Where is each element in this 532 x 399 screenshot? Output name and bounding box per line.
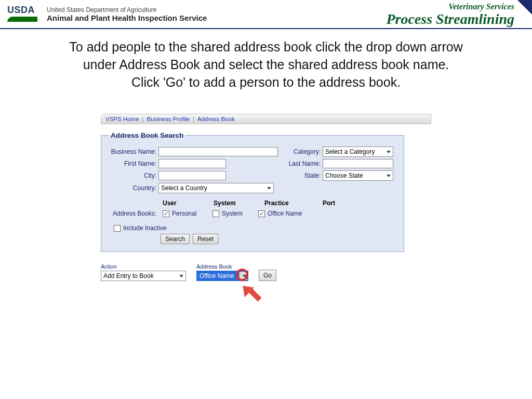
input-city[interactable] xyxy=(158,171,226,180)
tab-address-book[interactable]: Address Book xyxy=(197,116,235,122)
checkbox-personal[interactable] xyxy=(163,210,169,217)
address-books-row: Address Books: Personal System Office Na… xyxy=(109,210,396,217)
select-action-value: Add Entry to Book xyxy=(103,272,154,280)
header-system: System xyxy=(214,200,243,207)
select-address-book-value: Office Name xyxy=(200,272,234,280)
usda-logo: USDA xyxy=(7,5,41,24)
instruction-line2: under Address Book and select the shared… xyxy=(83,57,449,72)
select-state[interactable]: Choose State xyxy=(323,170,393,181)
select-chevron-box xyxy=(239,272,247,280)
label-last-name: Last Name: xyxy=(232,160,323,167)
department-block: United States Department of Agriculture … xyxy=(47,6,207,23)
select-country-value: Select a Country xyxy=(161,184,207,192)
checkbox-system[interactable] xyxy=(212,210,219,217)
chevron-down-icon xyxy=(267,187,271,190)
label-include-inactive: Include Inactive xyxy=(123,224,166,232)
checkbox-office-label: Office Name xyxy=(268,210,302,217)
label-country: Country: xyxy=(109,184,158,192)
dept-line1: United States Department of Agriculture xyxy=(47,6,207,14)
chevron-down-icon xyxy=(387,175,391,177)
search-button[interactable]: Search xyxy=(161,234,190,244)
select-category-value: Select a Category xyxy=(325,148,375,155)
label-address-books: Address Books: xyxy=(109,210,158,217)
tab-vsps-home[interactable]: VSPS Home xyxy=(105,116,139,122)
label-first-name: First Name: xyxy=(109,160,158,167)
usda-logo-text: USDA xyxy=(7,5,41,16)
header-practice: Practice xyxy=(264,200,301,207)
go-button[interactable]: Go xyxy=(259,270,276,281)
select-country[interactable]: Select a Country xyxy=(158,183,274,193)
input-first-name[interactable] xyxy=(158,159,226,168)
search-legend: Address Book Search xyxy=(109,131,185,139)
row-include-inactive: Include Inactive xyxy=(109,224,396,232)
dept-line2: Animal and Plant Health Inspection Servi… xyxy=(47,14,207,23)
annotation-arrow-icon xyxy=(241,281,263,303)
label-state: State: xyxy=(232,172,323,179)
row-country: Country: Select a Country xyxy=(109,183,396,193)
checkbox-system-label: System xyxy=(222,210,251,217)
label-category: Category: xyxy=(284,148,323,155)
instruction-text: To add people to the shared address book… xyxy=(0,29,532,97)
chevron-down-icon xyxy=(243,275,247,277)
row-first-name: First Name: Last Name: xyxy=(109,159,396,168)
address-book-column: Address Book Office Name xyxy=(196,263,248,281)
select-category[interactable]: Select a Category xyxy=(323,147,393,157)
tab-business-profile[interactable]: Business Profile xyxy=(147,116,190,122)
select-action[interactable]: Add Entry to Book xyxy=(101,271,186,281)
row-city: City: State: Choose State xyxy=(109,170,396,181)
header-user: User xyxy=(163,200,192,207)
row-buttons: Search Reset xyxy=(161,234,396,244)
checkbox-office[interactable] xyxy=(258,210,265,217)
row-business-name: Business Name: Category: Select a Catego… xyxy=(109,147,396,157)
tab-separator: | xyxy=(193,116,194,122)
address-book-search-panel: Address Book Search Business Name: Categ… xyxy=(101,131,404,252)
reset-button[interactable]: Reset xyxy=(193,234,218,244)
action-area: Action Add Entry to Book Address Book Of… xyxy=(101,263,431,281)
chevron-down-icon xyxy=(179,275,183,277)
action-label: Action xyxy=(101,263,186,270)
tab-bar: VSPS Home | Business Profile | Address B… xyxy=(101,114,431,124)
app-screenshot: VSPS Home | Business Profile | Address B… xyxy=(101,114,431,281)
checkbox-personal-label: Personal xyxy=(172,210,203,217)
header-left: USDA United States Department of Agricul… xyxy=(7,5,207,24)
veterinary-services-text: Veterinary Services xyxy=(386,3,514,11)
input-business-name[interactable] xyxy=(158,147,278,156)
chevron-down-icon xyxy=(387,151,391,153)
select-address-book[interactable]: Office Name xyxy=(196,271,248,281)
instruction-line3: Click 'Go' to add a person to the addres… xyxy=(131,75,401,89)
address-book-headers: User System Practice Port xyxy=(163,200,396,207)
checkbox-include-inactive[interactable] xyxy=(114,225,121,232)
page-header: USDA United States Department of Agricul… xyxy=(0,0,532,29)
tab-separator: | xyxy=(142,116,144,122)
process-streamlining-text: Process Streamlining xyxy=(386,11,514,26)
instruction-line1: To add people to the shared address book… xyxy=(69,39,462,54)
input-last-name[interactable] xyxy=(323,159,393,168)
header-port: Port xyxy=(323,200,335,207)
select-state-value: Choose State xyxy=(325,172,363,179)
corner-decoration xyxy=(517,0,532,15)
label-business-name: Business Name: xyxy=(109,148,158,155)
address-book-label: Address Book xyxy=(196,263,248,270)
usda-logo-bar xyxy=(7,17,37,22)
label-city: City: xyxy=(109,172,158,179)
header-right: Veterinary Services Process Streamlining xyxy=(386,3,514,26)
action-column: Action Add Entry to Book xyxy=(101,263,186,281)
